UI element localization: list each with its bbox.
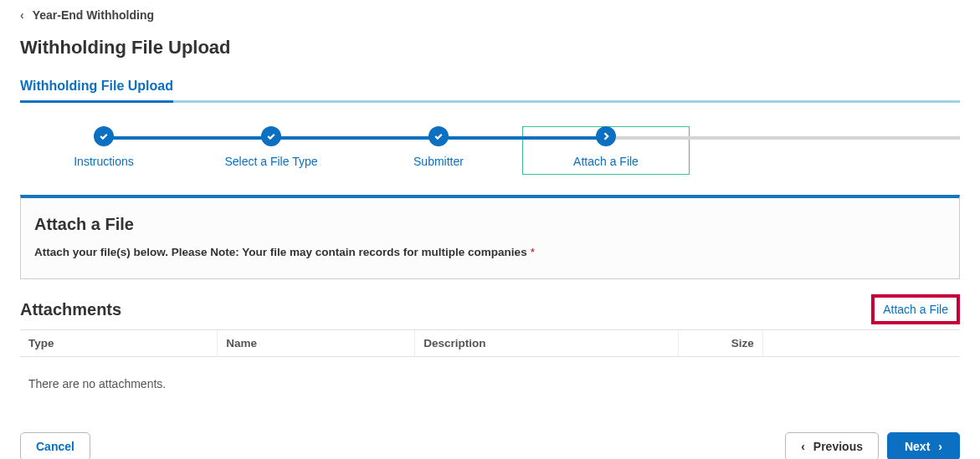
page-title: Withholding File Upload <box>20 37 960 59</box>
col-description[interactable]: Description <box>415 330 678 357</box>
previous-button-label: Previous <box>813 440 863 453</box>
attachments-heading: Attachments <box>20 300 121 319</box>
cancel-button[interactable]: Cancel <box>20 432 90 459</box>
chevron-left-icon: ‹ <box>801 440 805 453</box>
cancel-button-label: Cancel <box>36 440 74 453</box>
col-type[interactable]: Type <box>20 330 218 357</box>
attachments-table: Type Name Description Size <box>20 329 960 357</box>
step-submitter[interactable]: Submitter <box>355 126 522 175</box>
step-label: Submitter <box>355 155 522 168</box>
step-label: Instructions <box>20 155 187 168</box>
next-button-label: Next <box>905 440 930 453</box>
tab-bar: Withholding File Upload <box>20 74 960 103</box>
table-header-row: Type Name Description Size <box>20 330 960 357</box>
col-size[interactable]: Size <box>678 330 762 357</box>
col-name[interactable]: Name <box>218 330 415 357</box>
required-asterisk: * <box>531 246 535 258</box>
step-label: Select a File Type <box>187 155 355 168</box>
check-icon <box>94 126 114 146</box>
attach-a-file-link[interactable]: Attach a File <box>871 294 960 324</box>
check-icon <box>428 126 449 146</box>
attachments-empty: There are no attachments. <box>20 364 960 404</box>
stepper: Instructions Select a File Type Submitte… <box>20 126 960 175</box>
attach-file-card: Attach a File Attach your file(s) below.… <box>20 195 960 279</box>
chevron-right-icon: › <box>938 440 942 453</box>
chevron-right-icon <box>596 126 616 146</box>
step-attach-a-file[interactable]: Attach a File <box>522 126 690 175</box>
col-actions <box>762 330 960 357</box>
chevron-left-icon: ‹ <box>20 8 24 22</box>
check-icon <box>261 126 281 146</box>
step-instructions[interactable]: Instructions <box>20 126 187 175</box>
next-button[interactable]: Next › <box>887 432 960 459</box>
previous-button[interactable]: ‹ Previous <box>785 432 879 459</box>
breadcrumb-label: Year-End Withholding <box>33 8 154 22</box>
step-rest <box>690 126 960 175</box>
step-select-file-type[interactable]: Select a File Type <box>187 126 355 175</box>
card-note: Attach your file(s) below. Please Note: … <box>34 246 946 258</box>
breadcrumb[interactable]: ‹ Year-End Withholding <box>20 8 960 22</box>
card-title: Attach a File <box>34 215 946 234</box>
tab-withholding-file-upload[interactable]: Withholding File Upload <box>20 74 173 103</box>
step-label: Attach a File <box>522 155 690 168</box>
card-note-text: Attach your file(s) below. Please Note: … <box>34 246 527 258</box>
button-row: Cancel ‹ Previous Next › <box>20 432 960 459</box>
